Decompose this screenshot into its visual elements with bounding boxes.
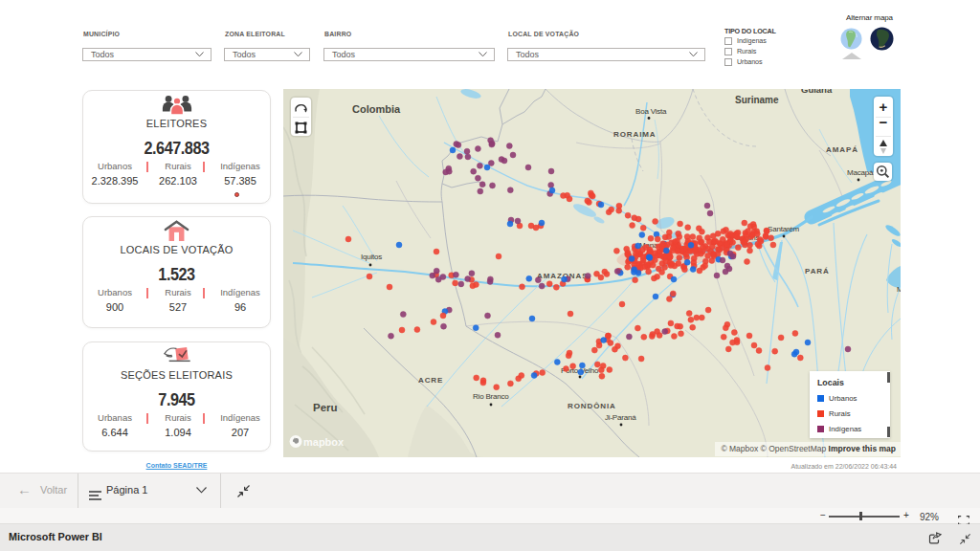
svg-text:mapbox: mapbox	[303, 436, 345, 448]
svg-text:Peru: Peru	[313, 402, 338, 413]
svg-text:M: M	[897, 285, 901, 294]
svg-text:AMAPÁ: AMAPÁ	[826, 145, 858, 154]
svg-text:Santarém: Santarém	[768, 225, 800, 233]
svg-text:Macapá: Macapá	[847, 168, 874, 177]
svg-text:Boa Vista: Boa Vista	[635, 107, 667, 116]
svg-text:PARÁ: PARÁ	[805, 267, 830, 276]
svg-text:Guiana: Guiana	[801, 89, 833, 95]
svg-text:Colombia: Colombia	[352, 103, 401, 115]
svg-text:Ji-Paraná: Ji-Paraná	[605, 413, 636, 422]
svg-text:Rio Branco: Rio Branco	[473, 392, 509, 401]
svg-text:Suriname: Suriname	[735, 95, 779, 105]
svg-text:RORAIMA: RORAIMA	[613, 130, 657, 139]
svg-text:RONDÔNIA: RONDÔNIA	[568, 402, 616, 410]
svg-text:Iquitos: Iquitos	[361, 253, 382, 261]
svg-text:ACRE: ACRE	[418, 376, 443, 385]
